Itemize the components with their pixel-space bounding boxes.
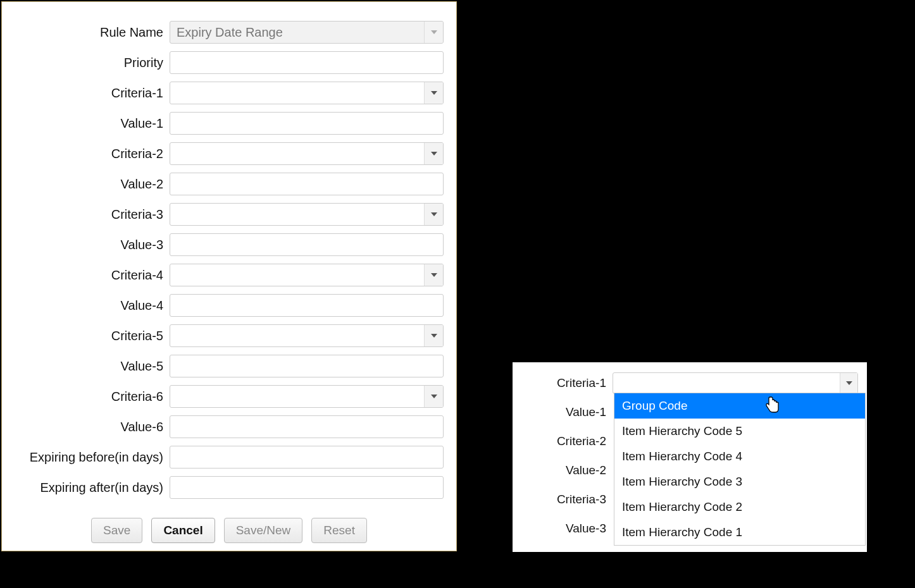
row-criteria-6: Criteria-6 [2, 385, 456, 408]
criteria-5-value [170, 325, 424, 346]
value-4-input[interactable] [170, 294, 444, 317]
snippet-label-criteria-2: Criteria-2 [513, 434, 613, 448]
chevron-down-icon [431, 30, 437, 34]
criteria-1-dropdown-list: Group Code Item Hierarchy Code 5 Item Hi… [614, 393, 866, 546]
label-criteria-5: Criteria-5 [2, 329, 170, 343]
row-value-3: Value-3 [2, 233, 456, 256]
save-button[interactable]: Save [91, 518, 142, 543]
cancel-button[interactable]: Cancel [151, 518, 215, 543]
criteria-2-combo[interactable] [170, 142, 444, 165]
label-criteria-3: Criteria-3 [2, 207, 170, 222]
row-criteria-2: Criteria-2 [2, 142, 456, 165]
label-value-2: Value-2 [2, 177, 170, 192]
dropdown-option[interactable]: Item Hierarchy Code 1 [614, 520, 865, 545]
value-1-input[interactable] [170, 112, 444, 135]
row-rule-name: Rule Name Expiry Date Range [2, 21, 456, 44]
snippet-label-value-3: Value-3 [513, 522, 613, 536]
row-value-6: Value-6 [2, 415, 456, 438]
value-3-input[interactable] [170, 233, 444, 256]
expiring-after-input[interactable] [170, 476, 444, 499]
snippet-label-criteria-3: Criteria-3 [513, 493, 613, 506]
label-expiring-after: Expiring after(in days) [2, 481, 170, 495]
criteria-4-combo[interactable] [170, 264, 444, 286]
chevron-down-icon [431, 395, 437, 398]
snippet-criteria-1-value [613, 373, 840, 393]
chevron-down-icon [846, 381, 852, 385]
snippet-criteria-1-combo[interactable] [613, 372, 858, 394]
chevron-down-icon [431, 152, 437, 156]
label-value-3: Value-3 [2, 238, 170, 252]
criteria-1-value [170, 82, 424, 104]
row-expiring-after: Expiring after(in days) [2, 476, 456, 499]
snippet-label-criteria-1: Criteria-1 [513, 376, 613, 390]
chevron-down-icon [431, 273, 437, 277]
label-value-5: Value-5 [2, 359, 170, 374]
row-criteria-1: Criteria-1 [2, 82, 456, 104]
label-value-6: Value-6 [2, 420, 170, 434]
criteria-3-value [170, 204, 424, 225]
value-6-input[interactable] [170, 415, 444, 438]
label-criteria-1: Criteria-1 [2, 86, 170, 101]
dropdown-option[interactable]: Item Hierarchy Code 5 [614, 419, 865, 444]
label-criteria-6: Criteria-6 [2, 389, 170, 404]
criteria-6-trigger[interactable] [424, 386, 443, 407]
rule-name-value: Expiry Date Range [170, 21, 424, 43]
label-rule-name: Rule Name [2, 25, 170, 40]
label-criteria-2: Criteria-2 [2, 147, 170, 161]
buttons-row: Save Cancel Save/New Reset [2, 506, 456, 549]
dropdown-option[interactable]: Item Hierarchy Code 4 [614, 444, 865, 469]
criteria-2-trigger[interactable] [424, 143, 443, 164]
value-2-input[interactable] [170, 173, 444, 195]
rule-name-trigger[interactable] [424, 21, 443, 43]
criteria-3-trigger[interactable] [424, 204, 443, 225]
chevron-down-icon [431, 91, 437, 95]
priority-input[interactable] [170, 51, 444, 74]
label-expiring-before: Expiring before(in days) [2, 450, 170, 465]
row-value-1: Value-1 [2, 112, 456, 135]
criteria-2-value [170, 143, 424, 164]
row-criteria-3: Criteria-3 [2, 203, 456, 226]
criteria-1-trigger[interactable] [424, 82, 443, 104]
snippet-criteria-1-trigger[interactable] [840, 373, 857, 393]
snippet-label-value-1: Value-1 [513, 405, 613, 419]
dropdown-option[interactable]: Item Hierarchy Code 2 [614, 494, 865, 520]
criteria-dropdown-snippet: Criteria-1 Value-1 Criteria-2 Value-2 Cr… [513, 362, 867, 552]
label-criteria-4: Criteria-4 [2, 268, 170, 283]
expiring-before-input[interactable] [170, 446, 444, 469]
label-value-1: Value-1 [2, 116, 170, 131]
reset-button[interactable]: Reset [311, 518, 367, 543]
criteria-3-combo[interactable] [170, 203, 444, 226]
row-value-5: Value-5 [2, 355, 456, 377]
row-criteria-5: Criteria-5 [2, 324, 456, 347]
chevron-down-icon [431, 334, 437, 338]
snippet-label-value-2: Value-2 [513, 463, 613, 477]
row-expiring-before: Expiring before(in days) [2, 446, 456, 469]
dropdown-option[interactable]: Group Code [614, 393, 865, 419]
row-criteria-4: Criteria-4 [2, 264, 456, 286]
rule-form-panel: Rule Name Expiry Date Range Priority Cri… [1, 1, 457, 551]
label-value-4: Value-4 [2, 298, 170, 313]
label-priority: Priority [2, 56, 170, 70]
criteria-4-value [170, 264, 424, 286]
row-priority: Priority [2, 51, 456, 74]
chevron-down-icon [431, 212, 437, 216]
criteria-1-combo[interactable] [170, 82, 444, 104]
save-new-button[interactable]: Save/New [224, 518, 303, 543]
row-value-4: Value-4 [2, 294, 456, 317]
criteria-4-trigger[interactable] [424, 264, 443, 286]
criteria-5-combo[interactable] [170, 324, 444, 347]
criteria-6-combo[interactable] [170, 385, 444, 408]
criteria-5-trigger[interactable] [424, 325, 443, 346]
dropdown-option[interactable]: Item Hierarchy Code 3 [614, 469, 865, 494]
row-value-2: Value-2 [2, 173, 456, 195]
rule-name-combo[interactable]: Expiry Date Range [170, 21, 444, 44]
criteria-6-value [170, 386, 424, 407]
value-5-input[interactable] [170, 355, 444, 377]
